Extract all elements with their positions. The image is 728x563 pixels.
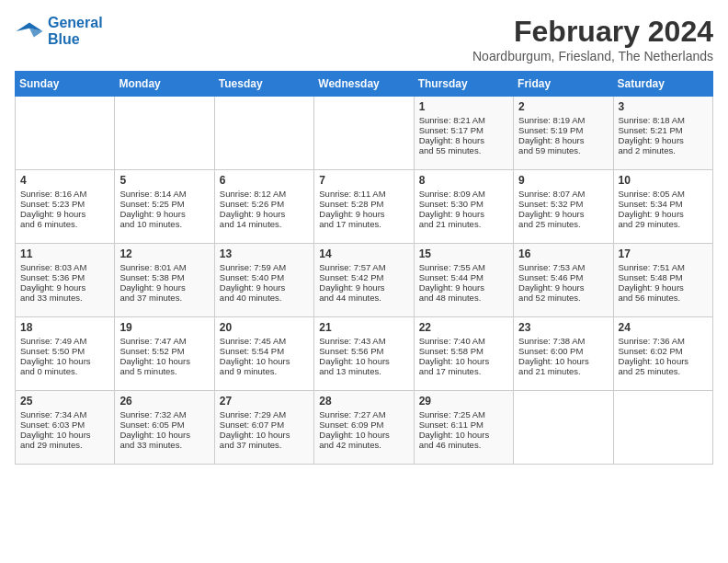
day-info: Sunset: 5:48 PM xyxy=(619,272,708,282)
day-info: Daylight: 9 hours xyxy=(619,282,708,293)
day-info: and 9 minutes. xyxy=(220,366,309,376)
day-info: Daylight: 10 hours xyxy=(220,430,309,440)
calendar-cell: 5Sunrise: 8:14 AMSunset: 5:25 PMDaylight… xyxy=(115,170,214,244)
day-info: and 29 minutes. xyxy=(20,440,109,450)
day-info: Sunrise: 7:59 AM xyxy=(220,262,309,272)
calendar-cell: 14Sunrise: 7:57 AMSunset: 5:42 PMDayligh… xyxy=(314,244,414,317)
day-header-thursday: Thursday xyxy=(414,72,513,97)
day-info: Sunset: 5:21 PM xyxy=(619,125,708,135)
calendar-cell: 18Sunrise: 7:49 AMSunset: 5:50 PMDayligh… xyxy=(16,317,115,391)
calendar-week-row: 25Sunrise: 7:34 AMSunset: 6:03 PMDayligh… xyxy=(16,391,713,465)
day-info: Daylight: 9 hours xyxy=(220,282,309,293)
day-info: Sunrise: 8:09 AM xyxy=(419,189,508,199)
day-info: and 33 minutes. xyxy=(119,440,209,450)
day-info: Sunrise: 7:34 AM xyxy=(20,409,109,419)
calendar-week-row: 4Sunrise: 8:16 AMSunset: 5:23 PMDaylight… xyxy=(16,170,713,244)
day-info: Daylight: 10 hours xyxy=(518,356,608,366)
day-info: and 48 minutes. xyxy=(419,293,508,303)
day-info: Sunset: 5:56 PM xyxy=(319,346,408,356)
day-number: 27 xyxy=(220,395,309,408)
calendar-week-row: 1Sunrise: 8:21 AMSunset: 5:17 PMDaylight… xyxy=(16,97,713,170)
calendar-cell: 16Sunrise: 7:53 AMSunset: 5:46 PMDayligh… xyxy=(514,244,613,317)
calendar-cell xyxy=(514,391,613,465)
day-info: and 33 minutes. xyxy=(20,293,109,303)
day-info: Sunrise: 7:25 AM xyxy=(419,409,508,419)
day-number: 4 xyxy=(20,174,109,187)
day-info: Sunset: 6:00 PM xyxy=(518,346,608,356)
day-info: Sunrise: 7:45 AM xyxy=(220,336,309,346)
day-number: 17 xyxy=(619,247,708,260)
calendar-cell: 8Sunrise: 8:09 AMSunset: 5:30 PMDaylight… xyxy=(414,170,513,244)
calendar-cell xyxy=(115,97,214,170)
day-number: 23 xyxy=(518,321,608,334)
svg-marker-0 xyxy=(17,22,43,31)
calendar-cell xyxy=(613,391,712,465)
day-info: Sunset: 6:05 PM xyxy=(119,419,209,430)
day-info: Sunrise: 8:18 AM xyxy=(619,115,708,125)
day-info: and 37 minutes. xyxy=(119,293,209,303)
day-info: Sunrise: 7:47 AM xyxy=(119,336,209,346)
day-info: Daylight: 9 hours xyxy=(119,209,209,219)
day-info: Daylight: 9 hours xyxy=(319,209,408,219)
day-info: Sunrise: 7:51 AM xyxy=(619,262,708,272)
day-number: 8 xyxy=(419,174,508,187)
title-block: February 2024 Noardburgum, Friesland, Th… xyxy=(472,15,713,63)
day-info: Daylight: 9 hours xyxy=(619,209,708,219)
day-info: Sunset: 5:50 PM xyxy=(20,346,109,356)
day-number: 10 xyxy=(619,174,708,187)
day-info: and 59 minutes. xyxy=(518,145,608,155)
day-number: 29 xyxy=(419,395,508,408)
location-subtitle: Noardburgum, Friesland, The Netherlands xyxy=(472,49,713,63)
day-info: Sunrise: 7:55 AM xyxy=(419,262,508,272)
calendar-cell: 23Sunrise: 7:38 AMSunset: 6:00 PMDayligh… xyxy=(514,317,613,391)
calendar-cell: 20Sunrise: 7:45 AMSunset: 5:54 PMDayligh… xyxy=(214,317,313,391)
calendar-cell: 1Sunrise: 8:21 AMSunset: 5:17 PMDaylight… xyxy=(414,97,513,170)
day-info: Sunset: 5:36 PM xyxy=(20,272,109,282)
day-info: and 17 minutes. xyxy=(419,366,508,376)
day-info: Sunset: 6:02 PM xyxy=(619,346,708,356)
day-info: Daylight: 9 hours xyxy=(220,209,309,219)
day-info: and 29 minutes. xyxy=(619,219,708,229)
day-info: Daylight: 9 hours xyxy=(419,282,508,293)
day-number: 22 xyxy=(419,321,508,334)
day-info: Sunrise: 8:07 AM xyxy=(518,189,608,199)
day-info: and 21 minutes. xyxy=(419,219,508,229)
day-number: 5 xyxy=(119,174,209,187)
day-info: Sunset: 5:58 PM xyxy=(419,346,508,356)
day-header-tuesday: Tuesday xyxy=(214,72,313,97)
day-info: Daylight: 8 hours xyxy=(419,135,508,145)
day-number: 24 xyxy=(619,321,708,334)
calendar-cell: 21Sunrise: 7:43 AMSunset: 5:56 PMDayligh… xyxy=(314,317,414,391)
day-info: Sunset: 6:09 PM xyxy=(319,419,408,430)
day-info: Sunset: 5:40 PM xyxy=(220,272,309,282)
day-info: Sunrise: 8:05 AM xyxy=(619,189,708,199)
day-info: and 17 minutes. xyxy=(319,219,408,229)
day-number: 28 xyxy=(319,395,408,408)
day-number: 9 xyxy=(518,174,608,187)
day-info: and 40 minutes. xyxy=(220,293,309,303)
calendar-cell xyxy=(314,97,414,170)
day-info: Sunset: 5:38 PM xyxy=(119,272,209,282)
day-info: Sunset: 6:11 PM xyxy=(419,419,508,430)
day-info: and 25 minutes. xyxy=(518,219,608,229)
day-info: and 14 minutes. xyxy=(220,219,309,229)
day-header-friday: Friday xyxy=(514,72,613,97)
day-info: Daylight: 9 hours xyxy=(518,282,608,293)
day-info: and 56 minutes. xyxy=(619,293,708,303)
day-info: and 0 minutes. xyxy=(20,366,109,376)
day-info: Sunrise: 8:19 AM xyxy=(518,115,608,125)
day-info: Sunrise: 8:01 AM xyxy=(119,262,209,272)
day-number: 15 xyxy=(419,247,508,260)
day-header-monday: Monday xyxy=(115,72,214,97)
days-header-row: SundayMondayTuesdayWednesdayThursdayFrid… xyxy=(16,72,713,97)
day-number: 7 xyxy=(319,174,408,187)
calendar-cell: 6Sunrise: 8:12 AMSunset: 5:26 PMDaylight… xyxy=(214,170,313,244)
day-info: Sunset: 6:07 PM xyxy=(220,419,309,430)
day-info: Sunset: 5:46 PM xyxy=(518,272,608,282)
day-info: Daylight: 9 hours xyxy=(20,282,109,293)
calendar-cell: 19Sunrise: 7:47 AMSunset: 5:52 PMDayligh… xyxy=(115,317,214,391)
calendar-cell: 11Sunrise: 8:03 AMSunset: 5:36 PMDayligh… xyxy=(16,244,115,317)
day-number: 18 xyxy=(20,321,109,334)
calendar-cell xyxy=(16,97,115,170)
day-number: 13 xyxy=(220,247,309,260)
